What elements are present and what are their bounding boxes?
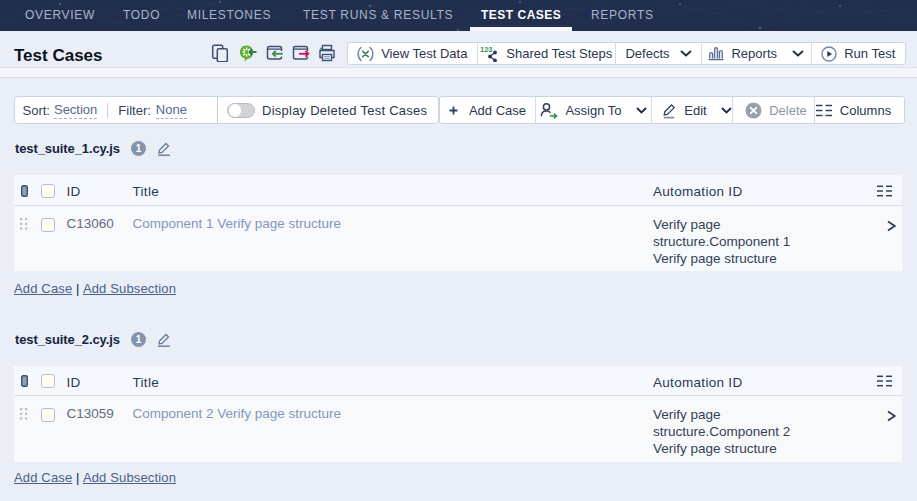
svg-text:123: 123 <box>480 45 493 54</box>
